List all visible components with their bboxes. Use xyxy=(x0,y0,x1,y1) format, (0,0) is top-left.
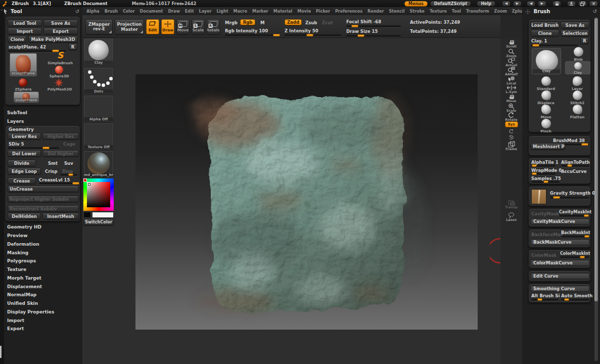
lower-res-button[interactable]: Lower Res xyxy=(8,133,41,140)
suv-switch[interactable]: Suv xyxy=(64,161,73,166)
scale-mode-button[interactable]: S Scale xyxy=(192,19,205,34)
section-preview[interactable]: Preview xyxy=(7,233,28,238)
brush-thumb-clay[interactable]: Clay xyxy=(565,61,590,74)
menu-item-stencil[interactable]: Stencil xyxy=(389,9,404,14)
history-back-icon[interactable]: ◀ xyxy=(502,1,511,7)
section-subtool[interactable]: SubTool xyxy=(7,110,27,115)
del-lower-button[interactable]: Del Lower xyxy=(8,150,41,157)
panel-drag-handle-icon[interactable]: -¦- xyxy=(525,9,531,14)
menu-item-layer[interactable]: Layer xyxy=(199,9,212,14)
transp-tool[interactable]: Transp xyxy=(500,200,522,209)
section-export[interactable]: Export xyxy=(7,326,24,331)
tool-thumb-sculptplane2[interactable]: sculptPlane xyxy=(14,92,39,103)
gravity-slider[interactable] xyxy=(550,197,589,199)
smoothingcurve-button[interactable]: Smoothing Curve xyxy=(531,286,589,292)
cavitymaskcurve-button[interactable]: CavityMaskCurve xyxy=(531,218,589,224)
menu-item-tool[interactable]: Tool xyxy=(452,9,461,14)
rgb-switch[interactable]: Rgb xyxy=(240,19,255,25)
autosmooth-slider[interactable] xyxy=(561,299,589,301)
menu-item-alpha[interactable]: Alpha xyxy=(86,9,100,14)
reproject-button[interactable]: Reproject Higher Subdiv xyxy=(8,196,79,202)
gravity-thumbnail[interactable] xyxy=(531,189,546,204)
del-higher-button[interactable]: Del Higher xyxy=(42,150,79,157)
primary-color-swatch[interactable] xyxy=(92,212,114,218)
tool-thumb-sphere3d[interactable] xyxy=(55,66,63,74)
menu-item-edit[interactable]: Edit xyxy=(185,9,194,14)
higher-res-button[interactable]: Higher Res xyxy=(42,133,79,140)
menu-item-macro[interactable]: Macro xyxy=(233,9,247,14)
section-normalmap[interactable]: NormalMap xyxy=(7,292,36,297)
brush-thumb-stitch2[interactable]: Stitch2 xyxy=(564,90,590,105)
edge-loop-button[interactable]: Edge Loop xyxy=(8,168,41,174)
brush-thumb-pinch[interactable]: Pinch xyxy=(533,119,559,133)
load-tool-button[interactable]: Load Tool xyxy=(8,20,42,26)
move-canvas-tool[interactable]: Move xyxy=(500,94,522,103)
rotate-canvas-tool[interactable]: Rotate xyxy=(500,112,522,122)
current-brush-big-thumbnail[interactable]: Clay xyxy=(532,48,561,74)
help-button[interactable]: Help xyxy=(477,1,495,7)
section-masking[interactable]: Masking xyxy=(7,250,28,255)
uncrease-button[interactable]: UnCrease xyxy=(8,186,79,192)
close-icon[interactable]: × xyxy=(589,1,598,7)
editcurve-button[interactable]: Edit Curve xyxy=(531,273,589,279)
insertmesh-button[interactable]: InsertMesh xyxy=(42,213,79,219)
switch-color-button[interactable]: SwitchColor xyxy=(83,219,114,225)
brush-thumb-flatten[interactable]: Flatten xyxy=(564,105,590,119)
sdiv-slider[interactable] xyxy=(8,147,59,149)
menu-item-light[interactable]: Light xyxy=(216,9,228,14)
accucurve-button[interactable]: AccuCurve xyxy=(561,169,587,174)
tool-thumb-polymesh3d[interactable] xyxy=(54,78,64,87)
current-alpha-thumbnail[interactable]: Alpha Off xyxy=(83,95,114,122)
section-unified-skin[interactable]: Unified Skin xyxy=(7,301,38,306)
import-tool-button[interactable]: Import xyxy=(8,28,42,34)
lock-icon[interactable] xyxy=(552,1,561,7)
z-intensity-slider[interactable] xyxy=(285,34,341,36)
brush-thumb-displace[interactable]: Displace xyxy=(533,90,559,105)
current-tool-thumbnail[interactable]: sculptPlane xyxy=(10,53,37,76)
tool-r-button[interactable]: R xyxy=(68,43,77,50)
draw-size-slider[interactable] xyxy=(346,35,401,37)
brush-panel-scrollbar[interactable] xyxy=(594,17,598,361)
menu-item-picker[interactable]: Picker xyxy=(316,9,330,14)
section-texture[interactable]: Texture xyxy=(7,267,26,272)
clone-tool-button[interactable]: Clone xyxy=(8,36,27,42)
actual-tool[interactable]: Actual xyxy=(500,58,522,67)
minimize-icon[interactable] xyxy=(567,1,576,7)
menu-item-zplugin[interactable]: Zplugin xyxy=(512,9,522,14)
brush-thumb-layer[interactable]: Layer xyxy=(564,76,590,91)
tool-thumb-zsphere[interactable] xyxy=(19,78,27,87)
section-displacement[interactable]: Displacement xyxy=(7,284,42,289)
zadd-switch[interactable]: Zadd xyxy=(285,19,302,25)
crease-button[interactable]: Crease xyxy=(8,177,36,184)
menu-item-stroke[interactable]: Stroke xyxy=(409,9,425,14)
color-picker-corner-swatch[interactable] xyxy=(83,178,87,182)
current-stroke-thumbnail[interactable]: Dots xyxy=(83,67,114,95)
samples-slider[interactable] xyxy=(531,181,560,183)
save-brush-button[interactable]: Save As xyxy=(561,22,589,28)
color-picker[interactable] xyxy=(83,178,114,211)
export-tool-button[interactable]: Export xyxy=(43,28,78,34)
tool-reset-icon[interactable]: ↺ xyxy=(75,9,79,14)
section-polygroups[interactable]: Polygroups xyxy=(7,258,36,263)
menu-item-zoom[interactable]: Zoom xyxy=(494,9,507,14)
menu-item-render[interactable]: Render xyxy=(367,9,384,14)
section-layers[interactable]: Layers xyxy=(7,119,24,124)
y-constraint-tool[interactable] xyxy=(500,129,522,133)
color-picker-sv-area[interactable] xyxy=(87,182,110,207)
frame-tool[interactable]: Frame xyxy=(500,141,522,151)
colormaskcurve-button[interactable]: ColorMaskCurve xyxy=(531,260,589,266)
delhidden-button[interactable]: DelHidden xyxy=(8,213,41,219)
current-texture-thumbnail[interactable]: Texture Off xyxy=(83,123,114,150)
tool-thumb-simplebrush[interactable]: S xyxy=(50,50,70,62)
make-polymesh3d-button[interactable]: Make PolyMesh3D xyxy=(28,36,78,42)
section-deformation[interactable]: Deformation xyxy=(7,242,39,247)
edit-mode-button[interactable]: Edit xyxy=(146,19,159,34)
lsym-tool[interactable]: L.Sym xyxy=(500,85,522,94)
wrapmode-slider[interactable] xyxy=(531,173,556,175)
section-geometry[interactable]: Geometry xyxy=(9,127,34,132)
current-brush-thumbnail[interactable]: Clay xyxy=(83,38,114,66)
rotate-mode-button[interactable]: R Rotate xyxy=(207,19,220,34)
left-scrollbar-thumb[interactable] xyxy=(0,346,2,358)
divide-button[interactable]: Divide xyxy=(8,160,36,166)
smt-switch[interactable]: Smt xyxy=(48,161,58,166)
